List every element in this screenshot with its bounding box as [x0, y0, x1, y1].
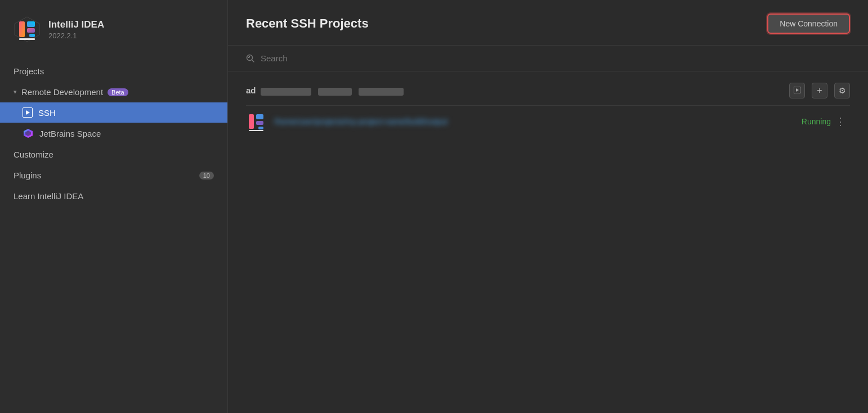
- svg-rect-1: [19, 21, 25, 37]
- app-name: IntelliJ IDEA: [48, 19, 104, 30]
- svg-rect-16: [256, 114, 263, 119]
- play-box-icon: [23, 107, 33, 118]
- plugins-count-badge: 10: [199, 172, 214, 179]
- run-button[interactable]: [789, 83, 805, 98]
- group-actions: + ⚙: [789, 83, 850, 98]
- intellij-logo-icon: [14, 16, 41, 43]
- sidebar-navigation: Projects ▾ Remote Development Beta SSH: [0, 56, 227, 413]
- project-group-header: ad: [246, 83, 850, 103]
- add-project-button[interactable]: +: [812, 83, 827, 98]
- projects-label: Projects: [14, 66, 44, 76]
- svg-rect-4: [29, 34, 35, 37]
- project-intellij-icon: [246, 111, 266, 132]
- app-name-version: IntelliJ IDEA 2022.2.1: [48, 19, 104, 40]
- more-options-button[interactable]: ⋮: [831, 113, 850, 130]
- svg-marker-13: [796, 88, 799, 92]
- redacted-block-2: [318, 88, 352, 96]
- svg-rect-2: [27, 21, 35, 27]
- page-title: Recent SSH Projects: [246, 16, 369, 31]
- app-logo-area: IntelliJ IDEA 2022.2.1: [0, 0, 227, 56]
- redacted-block-1: [261, 88, 311, 96]
- ssh-label: SSH: [38, 108, 56, 118]
- server-name-text: ad: [246, 86, 406, 95]
- sidebar-item-ssh[interactable]: SSH: [0, 102, 227, 123]
- remote-development-label: Remote Development: [21, 87, 103, 97]
- svg-rect-19: [249, 130, 263, 131]
- sidebar-section-remote-development: ▾ Remote Development Beta SSH: [0, 82, 227, 144]
- search-icon: [246, 54, 255, 63]
- sidebar-item-customize[interactable]: Customize: [0, 144, 227, 165]
- project-status: Running: [802, 117, 831, 126]
- sidebar-item-plugins[interactable]: Plugins 10: [0, 165, 227, 186]
- plus-icon: +: [817, 86, 822, 95]
- sidebar: IntelliJ IDEA 2022.2.1 Projects ▾ Remote…: [0, 0, 228, 413]
- sidebar-item-learn[interactable]: Learn IntelliJ IDEA: [0, 186, 227, 206]
- settings-button[interactable]: ⚙: [834, 83, 850, 98]
- sidebar-item-projects[interactable]: Projects: [0, 61, 227, 82]
- svg-rect-3: [27, 28, 35, 33]
- svg-rect-18: [258, 127, 263, 129]
- sidebar-item-remote-development[interactable]: ▾ Remote Development Beta: [0, 82, 227, 102]
- svg-line-9: [252, 60, 254, 62]
- project-item-info: /home/user/projects/my-project-name/buil…: [274, 113, 850, 130]
- search-svg-icon: [246, 54, 255, 63]
- search-input[interactable]: [261, 53, 850, 63]
- svg-rect-15: [249, 114, 254, 129]
- project-group: ad: [228, 71, 868, 137]
- gear-icon: ⚙: [839, 86, 846, 95]
- project-group-title: ad: [246, 86, 406, 95]
- project-item: /home/user/projects/my-project-name/buil…: [246, 105, 850, 137]
- project-item-name-area: /home/user/projects/my-project-name/buil…: [274, 117, 448, 126]
- customize-label: Customize: [14, 150, 53, 159]
- play-svg-icon: [794, 87, 800, 93]
- jetbrains-space-icon: [23, 128, 34, 139]
- sidebar-item-jetbrains-space[interactable]: JetBrains Space: [0, 123, 227, 144]
- play-icon: [794, 86, 800, 95]
- svg-rect-5: [19, 38, 35, 40]
- chevron-down-icon: ▾: [14, 88, 17, 96]
- project-path-redacted: /home/user/projects/my-project-name/buil…: [274, 117, 448, 126]
- learn-label: Learn IntelliJ IDEA: [14, 191, 83, 201]
- main-content: Recent SSH Projects New Connection ad: [228, 0, 868, 413]
- redacted-block-3: [359, 88, 404, 96]
- main-header: Recent SSH Projects New Connection: [228, 0, 868, 46]
- plugins-label: Plugins: [14, 170, 41, 180]
- app-version: 2022.2.1: [48, 32, 104, 40]
- new-connection-button[interactable]: New Connection: [767, 14, 850, 34]
- project-list: ad: [228, 71, 868, 413]
- search-bar: [228, 46, 868, 71]
- beta-badge: Beta: [108, 88, 128, 96]
- jetbrains-space-label: JetBrains Space: [39, 129, 101, 138]
- remote-development-sub-items: SSH JetBrains Spa: [0, 102, 227, 144]
- play-triangle-shape: [26, 110, 30, 115]
- svg-rect-17: [256, 121, 263, 125]
- play-box-shape: [23, 107, 33, 118]
